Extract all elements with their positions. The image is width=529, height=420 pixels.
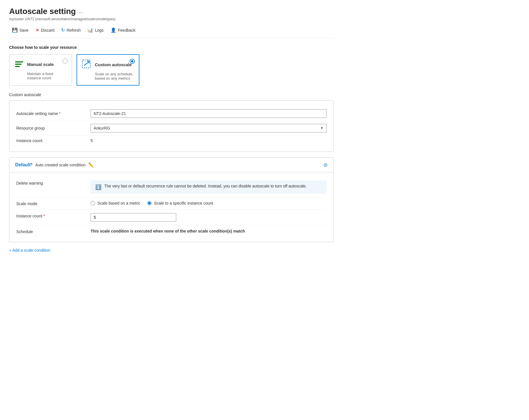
manual-radio-circle [63,58,68,64]
scale-count-radio[interactable] [147,201,152,205]
scale-mode-label: Scale mode [16,201,91,206]
custom-autoscale-card[interactable]: Custom autoscale Scale on any schedule, … [77,54,139,86]
custom-autoscale-section-label: Custom autoscale [9,92,334,97]
autoscale-form: Autoscale setting name * Resource group … [9,100,334,152]
manual-scale-icon [14,59,24,69]
condition-instance-row: Instance count * [16,210,326,225]
logs-icon: 📊 [87,27,93,33]
custom-card-desc: Scale on any schedule, based on any metr… [82,72,134,80]
scale-mode-options: Scale based on a metric Scale to a speci… [91,201,326,205]
save-label: Save [19,28,29,33]
save-icon: 💾 [12,27,18,33]
feedback-button[interactable]: 👤 Feedback [108,26,138,35]
svg-line-1 [84,62,89,66]
manual-card-header: Manual scale [14,59,67,69]
info-box: ℹ️ The very last or default recurrence r… [91,180,326,194]
schedule-label: Schedule [16,229,91,234]
scale-condition-section: Default* Auto created scale condition ✏️… [9,158,334,242]
refresh-icon: ↻ [61,27,65,33]
schedule-row: Schedule This scale condition is execute… [16,225,326,237]
scale-cards: Manual scale Maintain a fixed instance c… [9,54,334,86]
manual-card-title: Manual scale [27,62,54,67]
add-condition-label: + Add a scale condition [9,248,50,253]
scale-mode-row: Scale mode Scale based on a metric Scale… [16,197,326,210]
delete-warning-value: ℹ️ The very last or default recurrence r… [91,180,326,194]
scale-metric-radio[interactable] [91,201,95,205]
autoscale-name-value[interactable] [91,109,326,118]
condition-instance-input[interactable] [91,213,176,222]
manual-card-desc: Maintain a fixed instance count [14,72,67,80]
discard-button[interactable]: ✕ Discard [33,26,57,35]
custom-radio-circle [130,59,135,64]
page-subtitle: mycluster-1/NT2 (microsoft.servicefabric… [9,17,334,21]
scale-mode-radio-group: Scale based on a metric Scale to a speci… [91,201,326,205]
autoscale-name-input[interactable] [91,109,326,118]
autoscale-name-row: Autoscale setting name * [16,106,326,121]
page-title-text: Autoscale setting [9,7,76,16]
feedback-icon: 👤 [111,27,116,33]
scale-count-label: Scale to a specific instance count [154,201,213,205]
manual-radio[interactable] [63,58,68,64]
custom-card-header: Custom autoscale [82,59,134,70]
add-scale-condition-link[interactable]: + Add a scale condition [9,248,334,253]
condition-name: Auto created scale condition [35,163,85,167]
custom-card-title: Custom autoscale [95,62,132,67]
condition-instance-label: Instance count * [16,213,91,218]
instance-count-row: Instance count 5 [16,136,326,146]
resource-group-label: Resource group [16,126,91,130]
condition-header-left: Default* Auto created scale condition ✏️ [15,162,94,168]
feedback-label: Feedback [118,28,135,33]
refresh-label: Refresh [67,28,81,33]
schedule-text: This scale condition is executed when no… [91,229,245,233]
delete-warning-label: Delete warning [16,180,91,185]
info-icon: ℹ️ [95,184,101,190]
edit-icon[interactable]: ✏️ [88,162,94,168]
discard-label: Discard [41,28,54,33]
logs-label: Logs [95,28,103,33]
resource-group-value[interactable]: AnkurRG ▼ [91,124,326,132]
refresh-button[interactable]: ↻ Refresh [58,26,83,35]
condition-instance-value[interactable] [91,213,326,222]
custom-radio[interactable] [130,59,135,65]
instance-count-label: Instance count [16,138,91,143]
page-title: Autoscale setting ... [9,7,334,16]
instance-count-static: 5 [91,138,326,143]
resource-group-row: Resource group AnkurRG ▼ [16,121,326,136]
scale-count-option[interactable]: Scale to a specific instance count [147,201,213,205]
condition-header: Default* Auto created scale condition ✏️… [9,158,333,172]
disable-icon[interactable]: ⊘ [323,162,328,168]
scale-metric-option[interactable]: Scale based on a metric [91,201,140,205]
page-title-ellipsis[interactable]: ... [79,9,83,15]
custom-autoscale-icon [82,59,92,70]
save-button[interactable]: 💾 Save [9,26,31,35]
discard-icon: ✕ [35,27,39,33]
toolbar: 💾 Save ✕ Discard ↻ Refresh 📊 Logs 👤 Feed… [9,26,334,38]
resource-group-select-wrap: AnkurRG ▼ [91,124,326,132]
logs-button[interactable]: 📊 Logs [85,26,106,35]
delete-warning-row: Delete warning ℹ️ The very last or defau… [16,177,326,197]
condition-body: Delete warning ℹ️ The very last or defau… [9,172,333,242]
autoscale-name-label: Autoscale setting name * [16,111,91,116]
choose-section-title: Choose how to scale your resource [9,45,334,50]
page-title-row: Autoscale setting ... [9,7,334,16]
info-text: The very last or default recurrence rule… [104,184,307,188]
manual-scale-card[interactable]: Manual scale Maintain a fixed instance c… [9,54,72,86]
default-label: Default* [15,162,32,167]
resource-group-select[interactable]: AnkurRG [91,124,326,132]
schedule-value: This scale condition is executed when no… [91,229,326,233]
scale-metric-label: Scale based on a metric [97,201,140,205]
